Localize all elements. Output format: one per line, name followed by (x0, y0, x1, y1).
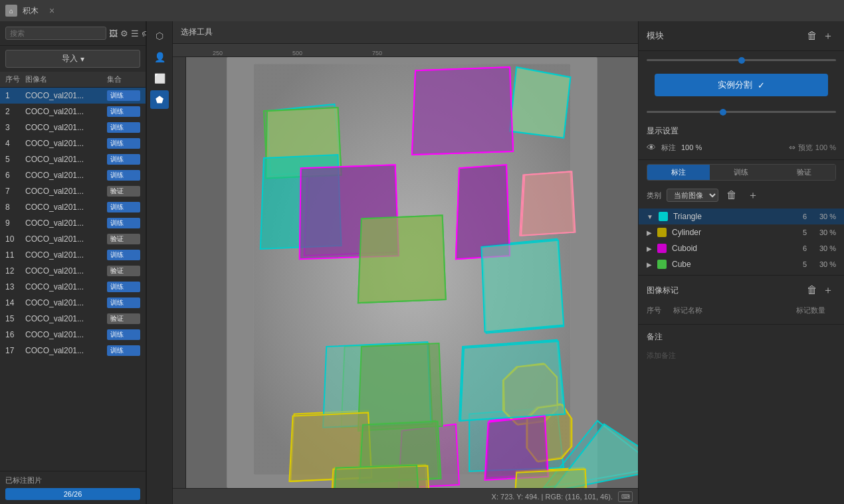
list-item-set: 验证 (107, 313, 140, 324)
filter-icon-btn[interactable]: ⚙ (120, 25, 128, 41)
right-panel: 模块 🗑 ＋ 实例分割 ✓ 显示设置 👁 标注 100 % (638, 21, 844, 504)
list-item[interactable]: 4 COCO_val201... 训练 (0, 135, 146, 151)
notes-placeholder: 添加备注 (647, 347, 836, 365)
check-icon: ✓ (758, 80, 765, 90)
list-item-seq: 3 (5, 123, 25, 132)
color-dot (657, 228, 667, 237)
module-slider-2[interactable] (647, 111, 836, 113)
list-item[interactable]: 16 COCO_val201... 训练 (0, 327, 146, 343)
list-item[interactable]: 10 COCO_val201... 验证 (0, 231, 146, 247)
display-settings: 显示设置 👁 标注 100 % ⇔ 预览 100 % (639, 119, 844, 160)
keyboard-icon[interactable]: ⌨ (618, 491, 633, 502)
list-item-seq: 5 (5, 155, 25, 164)
cat-percent: 30 % (812, 260, 836, 268)
list-item-seq: 12 (5, 266, 25, 276)
instance-seg-button[interactable]: 实例分割 ✓ (655, 74, 828, 96)
bottom-bar: 已标注图片 26/26 (0, 471, 146, 504)
titlebar-title: 积木 (23, 5, 39, 17)
category-item-cylinder[interactable]: ▶ Cylinder 5 30 % (639, 224, 844, 240)
delete-class-btn[interactable]: 🗑 (724, 187, 740, 203)
list-item-set: 训练 (107, 154, 140, 165)
notes-section: 备注 添加备注 (639, 325, 844, 371)
add-class-btn[interactable]: ＋ (745, 187, 761, 203)
import-label: 导入 (62, 53, 78, 64)
side-tools: ⬡ 👤 ⬜ ⬟ (146, 21, 173, 504)
col-name-header: 图像名 (25, 74, 107, 84)
list-item-name: COCO_val201... (25, 298, 107, 307)
image-list: 1 COCO_val201... 训练 2 COCO_val201... 训练 … (0, 88, 146, 471)
expand-arrow: ▶ (647, 245, 652, 252)
list-item[interactable]: 13 COCO_val201... 训练 (0, 279, 146, 295)
list-item[interactable]: 7 COCO_val201... 验证 (0, 183, 146, 199)
tab-标注[interactable]: 标注 (647, 165, 710, 180)
svg-marker-44 (332, 465, 420, 488)
list-item-set: 训练 (107, 345, 140, 356)
person-tool-btn[interactable]: 👤 (150, 48, 169, 66)
pointer-tool-btn[interactable]: ⬡ (150, 27, 169, 45)
list-item-name: COCO_val201... (25, 266, 107, 276)
list-item[interactable]: 11 COCO_val201... 训练 (0, 247, 146, 263)
list-item-name: COCO_val201... (25, 218, 107, 228)
search-input[interactable] (5, 27, 106, 40)
module-slider[interactable] (647, 59, 836, 61)
canvas-image-area[interactable] (186, 57, 638, 488)
marks-table-header: 序号 标记名称 标记数量 (647, 303, 836, 317)
category-item-cube[interactable]: ▶ Cube 5 30 % (639, 256, 844, 272)
expand-arrow: ▶ (647, 261, 652, 268)
list-item[interactable]: 6 COCO_val201... 训练 (0, 167, 146, 183)
list-item-name: COCO_val201... (25, 234, 107, 244)
progress-fill: 26/26 (5, 488, 140, 500)
close-icon[interactable]: × (49, 5, 54, 16)
tab-验证[interactable]: 验证 (773, 165, 835, 180)
add-module-btn[interactable]: ＋ (820, 28, 836, 44)
ruler-top: 250 500 750 (173, 44, 638, 57)
list-item[interactable]: 14 COCO_val201... 训练 (0, 295, 146, 311)
list-item-set: 训练 (107, 106, 140, 117)
category-item-triangle[interactable]: ▼ Triangle 6 30 % (639, 209, 844, 224)
list-item-name: COCO_val201... (25, 91, 107, 100)
instance-btn-label: 实例分割 (718, 79, 752, 91)
category-item-cuboid[interactable]: ▶ Cuboid 6 30 % (639, 240, 844, 256)
rect-tool-btn[interactable]: ⬜ (150, 69, 169, 88)
cat-count: 5 (796, 260, 807, 268)
list-item-seq: 4 (5, 139, 25, 148)
list-icon-btn[interactable]: ☰ (131, 25, 139, 41)
list-item[interactable]: 5 COCO_val201... 训练 (0, 151, 146, 167)
color-dot (657, 260, 667, 269)
cat-name: Cylinder (672, 228, 791, 237)
list-item[interactable]: 3 COCO_val201... 训练 (0, 120, 146, 135)
class-filter-row: 类别 当前图像 🗑 ＋ (639, 185, 844, 206)
tab-训练[interactable]: 训练 (710, 165, 772, 180)
svg-marker-33 (481, 240, 564, 332)
svg-marker-35 (358, 343, 443, 431)
delete-marks-btn[interactable]: 🗑 (804, 282, 820, 298)
slider-section-2 (639, 104, 844, 119)
class-label: 类别 (647, 191, 661, 201)
class-select[interactable]: 当前图像 (667, 189, 718, 202)
cat-name: Triangle (673, 212, 791, 221)
right-header: 模块 🗑 ＋ (639, 21, 844, 51)
image-icon-btn[interactable]: 🖼 (109, 25, 118, 41)
list-item[interactable]: 2 COCO_val201... 训练 (0, 104, 146, 120)
list-item[interactable]: 15 COCO_val201... 验证 (0, 311, 146, 327)
list-item-set: 训练 (107, 282, 140, 292)
label-percent: 100 % (681, 143, 702, 151)
import-button[interactable]: 导入 ▾ (5, 50, 140, 68)
list-item-seq: 9 (5, 218, 25, 228)
list-item-name: COCO_val201... (25, 346, 107, 355)
list-item[interactable]: 8 COCO_val201... 训练 (0, 199, 146, 215)
cat-percent: 30 % (812, 228, 836, 236)
delete-module-btn[interactable]: 🗑 (804, 28, 820, 44)
list-item[interactable]: 12 COCO_val201... 验证 (0, 263, 146, 279)
polygon-tool-btn[interactable]: ⬟ (150, 90, 169, 109)
add-marks-btn[interactable]: ＋ (820, 282, 836, 298)
home-icon[interactable]: ⌂ (5, 5, 17, 17)
list-item[interactable]: 9 COCO_val201... 训练 (0, 215, 146, 231)
instance-btn-wrap: 实例分割 ✓ (647, 68, 836, 102)
svg-marker-45 (513, 469, 589, 488)
color-dot (659, 212, 668, 221)
list-item[interactable]: 17 COCO_val201... 训练 (0, 343, 146, 359)
list-item-seq: 1 (5, 91, 25, 100)
list-item[interactable]: 1 COCO_val201... 训练 (0, 88, 146, 104)
list-item-seq: 10 (5, 234, 25, 244)
